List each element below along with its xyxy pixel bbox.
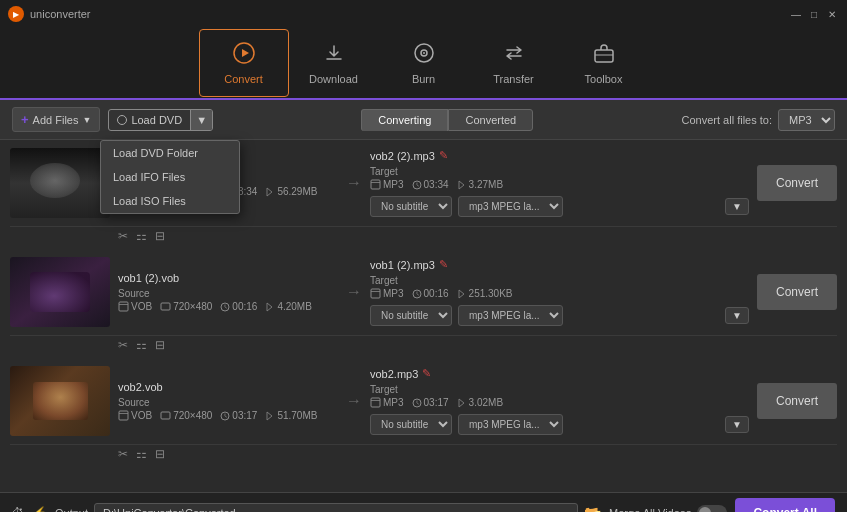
dvd-dropdown-menu: Load DVD Folder Load IFO Files Load ISO … bbox=[100, 140, 240, 214]
target-settings-btn-3[interactable]: ▼ bbox=[725, 416, 749, 433]
target-name-3: vob2.mp3 ✎ bbox=[370, 367, 749, 380]
toolbox-nav-label: Toolbox bbox=[585, 73, 623, 85]
svg-rect-5 bbox=[595, 50, 613, 62]
add-files-button[interactable]: + Add Files ▼ bbox=[12, 107, 100, 132]
clock-icon: ⏱ bbox=[12, 506, 24, 513]
thumbnail-3 bbox=[10, 366, 110, 436]
load-dvd-main[interactable]: Load DVD bbox=[109, 110, 191, 130]
nav-transfer[interactable]: Transfer bbox=[469, 29, 559, 97]
nav-download[interactable]: Download bbox=[289, 29, 379, 97]
arrow-icon-3: → bbox=[346, 392, 362, 410]
toggle-knob bbox=[699, 507, 711, 513]
scissors-icon-2[interactable]: ✂ bbox=[118, 338, 128, 352]
convert-button-1[interactable]: Convert bbox=[757, 165, 837, 201]
codec-select-2[interactable]: mp3 MPEG la... bbox=[458, 305, 563, 326]
subtitle-select-3[interactable]: No subtitle bbox=[370, 414, 452, 435]
output-path-value[interactable]: D:\UniConverter\Converted bbox=[94, 503, 578, 513]
file-info-2: vob1 (2).vob Source VOB 720×480 00:16 bbox=[118, 272, 338, 312]
dropdown-load-iso-files[interactable]: Load ISO Files bbox=[101, 189, 239, 213]
burn-nav-icon bbox=[413, 42, 435, 69]
target-options-3: No subtitle mp3 MPEG la... ▼ bbox=[370, 414, 749, 435]
target-dur-2: 00:16 bbox=[412, 288, 449, 299]
source-dur-2: 00:16 bbox=[220, 301, 257, 312]
download-nav-label: Download bbox=[309, 73, 358, 85]
close-button[interactable]: ✕ bbox=[825, 7, 839, 21]
list-icon-2[interactable]: ⚏ bbox=[136, 338, 147, 352]
thumbnail-2 bbox=[10, 257, 110, 327]
source-size-1: 56.29MB bbox=[265, 186, 317, 197]
app-title: uniconverter bbox=[30, 8, 91, 20]
svg-rect-11 bbox=[119, 302, 128, 311]
file-row-3: vob2.vob Source VOB 720×480 03:17 bbox=[10, 358, 837, 467]
title-bar-controls[interactable]: — □ ✕ bbox=[789, 7, 839, 21]
source-size-3: 51.70MB bbox=[265, 410, 317, 421]
arrow-icon-2: → bbox=[346, 283, 362, 301]
scissors-icon-1[interactable]: ✂ bbox=[118, 229, 128, 243]
target-settings-btn-1[interactable]: ▼ bbox=[725, 198, 749, 215]
source-res-3: 720×480 bbox=[160, 410, 212, 421]
target-format-1: MP3 bbox=[370, 179, 404, 190]
list-icon-3[interactable]: ⚏ bbox=[136, 447, 147, 461]
target-size-2: 251.30KB bbox=[457, 288, 513, 299]
svg-rect-12 bbox=[161, 303, 170, 310]
dropdown-load-ifo-files[interactable]: Load IFO Files bbox=[101, 165, 239, 189]
open-folder-icon[interactable]: 📂 bbox=[584, 505, 601, 513]
codec-select-1[interactable]: mp3 MPEG la... bbox=[458, 196, 563, 217]
list-icon-1[interactable]: ⚏ bbox=[136, 229, 147, 243]
lightning-icon: ⚡ bbox=[32, 506, 47, 513]
merge-area: Merge All Videos bbox=[609, 505, 727, 513]
codec-select-3[interactable]: mp3 MPEG la... bbox=[458, 414, 563, 435]
target-name-2: vob1 (2).mp3 ✎ bbox=[370, 258, 749, 271]
target-size-1: 3.27MB bbox=[457, 179, 503, 190]
converted-tab[interactable]: Converted bbox=[448, 109, 533, 131]
file-row-actions-2: ✂ ⚏ ⊟ bbox=[118, 336, 837, 358]
merge-toggle[interactable] bbox=[697, 505, 727, 513]
svg-rect-17 bbox=[161, 412, 170, 419]
add-files-label: Add Files bbox=[33, 114, 79, 126]
file-row-content-3: vob2.vob Source VOB 720×480 03:17 bbox=[10, 358, 837, 445]
converting-tab[interactable]: Converting bbox=[361, 109, 448, 131]
source-size-2: 4.20MB bbox=[265, 301, 311, 312]
nav-convert[interactable]: Convert bbox=[199, 29, 289, 97]
dropdown-load-dvd-folder[interactable]: Load DVD Folder bbox=[101, 141, 239, 165]
subtitle-select-1[interactable]: No subtitle bbox=[370, 196, 452, 217]
settings-icon-2[interactable]: ⊟ bbox=[155, 338, 165, 352]
nav-toolbox[interactable]: Toolbox bbox=[559, 29, 649, 97]
target-dur-1: 03:34 bbox=[412, 179, 449, 190]
target-settings-btn-2[interactable]: ▼ bbox=[725, 307, 749, 324]
svg-rect-19 bbox=[371, 398, 380, 407]
subtitle-select-2[interactable]: No subtitle bbox=[370, 305, 452, 326]
file-source-label-3: Source bbox=[118, 397, 338, 408]
thumbnail-1 bbox=[10, 148, 110, 218]
load-dvd-button[interactable]: Load DVD ▼ bbox=[108, 109, 213, 131]
format-select[interactable]: MP3 MP4 AVI bbox=[778, 109, 835, 131]
settings-icon-3[interactable]: ⊟ bbox=[155, 447, 165, 461]
minimize-button[interactable]: — bbox=[789, 7, 803, 21]
file-row-actions-3: ✂ ⚏ ⊟ bbox=[118, 445, 837, 467]
convert-button-3[interactable]: Convert bbox=[757, 383, 837, 419]
source-format-2: VOB bbox=[118, 301, 152, 312]
nav-burn[interactable]: Burn bbox=[379, 29, 469, 97]
file-target-3: vob2.mp3 ✎ Target MP3 03:17 3.02MB bbox=[370, 367, 749, 435]
restore-button[interactable]: □ bbox=[807, 7, 821, 21]
edit-icon-1[interactable]: ✎ bbox=[439, 149, 448, 162]
plus-icon: + bbox=[21, 112, 29, 127]
title-bar: ▶ uniconverter — □ ✕ bbox=[0, 0, 847, 28]
target-meta-2: MP3 00:16 251.30KB bbox=[370, 288, 749, 299]
scissors-icon-3[interactable]: ✂ bbox=[118, 447, 128, 461]
edit-icon-3[interactable]: ✎ bbox=[422, 367, 431, 380]
settings-icon-1[interactable]: ⊟ bbox=[155, 229, 165, 243]
load-dvd-dropdown-arrow[interactable]: ▼ bbox=[191, 110, 212, 130]
convert-all-button[interactable]: Convert All bbox=[735, 498, 835, 513]
file-name-3: vob2.vob bbox=[118, 381, 338, 393]
output-path-area: Output D:\UniConverter\Converted 📂 bbox=[55, 503, 601, 513]
edit-icon-2[interactable]: ✎ bbox=[439, 258, 448, 271]
file-meta-3: VOB 720×480 03:17 51.70MB bbox=[118, 410, 338, 421]
convert-nav-icon bbox=[233, 42, 255, 69]
target-options-1: No subtitle mp3 MPEG la... ▼ bbox=[370, 196, 749, 217]
file-target-1: vob2 (2).mp3 ✎ Target MP3 03:34 3. bbox=[370, 149, 749, 217]
convert-button-2[interactable]: Convert bbox=[757, 274, 837, 310]
toolbox-nav-icon bbox=[593, 42, 615, 69]
file-row-2: vob1 (2).vob Source VOB 720×480 00:16 bbox=[10, 249, 837, 358]
target-label-2: Target bbox=[370, 275, 749, 286]
